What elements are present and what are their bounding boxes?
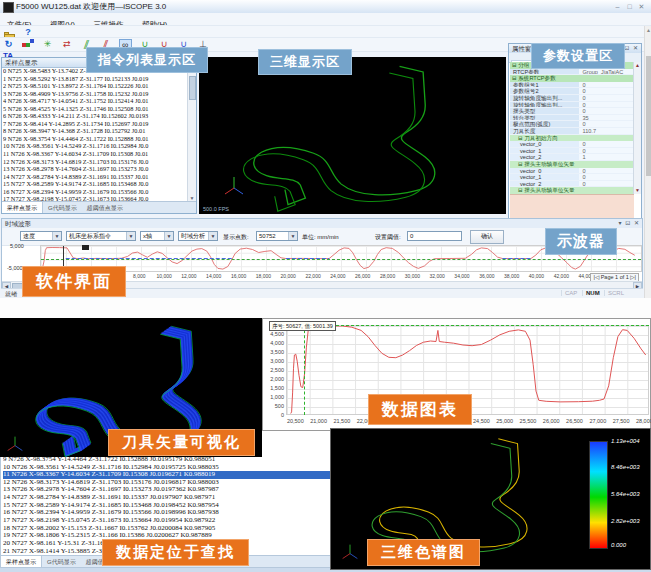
property-row[interactable]: 摆头类型0 (510, 108, 634, 115)
gcode-row[interactable]: 13 N726 X-98.2978 Y-14.7604 Z-31.1697 I0… (3, 486, 331, 494)
axis-select[interactable]: x轴▼ (140, 231, 174, 241)
signal-select[interactable]: 速度▼ (20, 231, 62, 241)
3d-viewport[interactable]: 500.0 FPS (199, 57, 506, 214)
gcode-row[interactable]: 5 N726 X-98.4525 Y-14.1325 Z-31.1746 I0.… (3, 105, 188, 113)
gcode-row[interactable]: 17 N727 X-98.2198 Y-15.0745 Z-31.1673 I0… (3, 517, 331, 525)
property-value[interactable]: 0 (579, 168, 634, 175)
gcode-row[interactable]: 6 N726 X-98.4333 Y-14.211 Z-31.174 I0.15… (3, 112, 188, 120)
gcode-row[interactable]: 12 N726 X-98.3173 Y-14.6819 Z-31.1703 I0… (3, 479, 331, 487)
tab-2[interactable]: G代码显示 (42, 556, 81, 567)
gcode-row[interactable]: 7 N726 X-98.414 Y-14.2895 Z-31.1734 I0.1… (3, 120, 188, 128)
axis-tick-label: 26,000 (539, 418, 563, 424)
waveform-title: 时域波形 (5, 220, 31, 227)
property-scrollbar[interactable]: ▲ ▼ (633, 62, 641, 194)
gcode-row[interactable]: 10 N726 X-98.3561 Y-14.5249 Z-31.1716 I0… (3, 464, 331, 472)
gcode-row[interactable]: 1 N725 X-98.5292 Y-13.8187 Z-31.177 I0.1… (3, 75, 188, 83)
maximize-button[interactable]: □ (624, 2, 635, 11)
gcode-row[interactable]: 3 N726 X-98.4909 Y-13.9756 Z-31.1758 I0.… (3, 90, 188, 98)
fan-icon[interactable]: ✳ (41, 39, 54, 50)
axis-tick-label: 30,000 (400, 273, 424, 279)
property-row[interactable]: vector_00 (510, 168, 634, 175)
analysis-mode-select[interactable]: 时域分析▼ (178, 231, 218, 241)
coord-system-select[interactable]: 机床坐标系指令▼ (66, 231, 136, 241)
annotation-spectrum: 三维色谱图 (367, 539, 480, 566)
gcode-row[interactable]: 8 N726 X-98.3947 Y-14.368 Z-31.1728 I0.1… (3, 127, 188, 135)
property-group[interactable]: ⊟ 摆头主动轴单位矢量 (510, 161, 634, 168)
colorbar-min-label: 0.000 (611, 542, 626, 548)
property-value[interactable]: Group_JiaTaiAC (579, 69, 634, 76)
property-value[interactable]: 0 (579, 174, 634, 181)
scroll-up-icon[interactable]: ▲ (634, 62, 641, 69)
property-value[interactable]: 0 (579, 148, 634, 155)
property-row[interactable]: 旋转轴角度输出判...0 (510, 95, 634, 102)
gcode-row[interactable]: 10 N726 X-98.3561 Y-14.5249 Z-31.1716 I0… (3, 142, 188, 150)
gcode-row[interactable]: 14 N727 X-98.2784 Y-14.8389 Z-31.1691 I0… (3, 494, 331, 502)
toolpath-curve (199, 57, 506, 214)
gcode-row[interactable]: 16 N727 X-98.2394 Y-14.9959 Z-31.1679 I0… (3, 188, 188, 196)
gcode-row[interactable]: 9 N726 X-98.3754 Y-14.4464 Z-31.1722 I0.… (3, 456, 331, 464)
scroll-up-icon[interactable]: ▲ (645, 26, 651, 34)
points-count-select[interactable]: 50752▼ (256, 231, 298, 241)
gcode-row[interactable]: 4 N726 X-98.4717 Y-14.0541 Z-31.1752 I0.… (3, 97, 188, 105)
property-row[interactable]: 刀具长度110.7 (510, 128, 634, 135)
waveform-panel-buttons[interactable]: ▾ ⊡ ✕ (619, 219, 640, 228)
property-value[interactable]: 0 (579, 95, 634, 102)
gcode-row[interactable]: 15 N727 X-98.2589 Y-14.9174 Z-31.1685 I0… (3, 180, 188, 188)
property-group[interactable]: ⊟ 摆头从动轴单位矢量 (510, 187, 634, 194)
confirm-button[interactable]: 确认 (470, 230, 504, 244)
annotation-params: 参数设置区 (531, 43, 625, 69)
gcode-row[interactable]: 11 N726 X-98.3367 Y-14.6034 Z-31.1709 I0… (3, 471, 331, 479)
list-scrollbar[interactable]: ▲ ▼ (187, 67, 196, 202)
property-name: vector_1 (510, 174, 579, 181)
property-value[interactable]: 0 (579, 82, 634, 89)
property-row[interactable]: vector_10 (510, 148, 634, 155)
property-value[interactable]: 1 (579, 154, 634, 161)
refresh-icon[interactable]: ↻ (2, 39, 15, 50)
property-value[interactable]: 0 (579, 121, 634, 128)
property-row[interactable]: vector_21 (510, 154, 634, 161)
swap-arrows-icon[interactable]: ⇄ (60, 39, 73, 50)
property-row[interactable]: 极点范围(弧度)0 (510, 121, 634, 128)
property-row[interactable]: 转台类型35 (510, 115, 634, 122)
property-row[interactable]: 旋转轴角度输出判...0 (510, 102, 634, 109)
tab-1[interactable]: 采样点显示 (2, 202, 43, 213)
axis-tick-label: 500 (263, 403, 284, 409)
property-row[interactable]: vector_20 (510, 181, 634, 188)
property-value[interactable]: 0 (579, 181, 634, 188)
scroll-down-icon[interactable]: ▼ (634, 187, 641, 194)
property-value[interactable]: 0 (579, 108, 634, 115)
property-value[interactable]: 35 (579, 115, 634, 122)
property-row[interactable]: 参数组号20 (510, 88, 634, 95)
property-value[interactable]: 0 (579, 88, 634, 95)
property-row[interactable]: RTCP参数Group_JiaTaiAC (510, 69, 634, 76)
property-row[interactable]: 参数组号10 (510, 82, 634, 89)
property-row[interactable]: vector_00 (510, 141, 634, 148)
close-button[interactable]: ✕ (636, 2, 647, 11)
tab-1[interactable]: 采样点显示 (1, 556, 42, 567)
minimize-button[interactable]: – (612, 2, 623, 11)
gcode-row[interactable]: 16 N727 X-98.2394 Y-14.9959 Z-31.1679 I0… (3, 509, 331, 517)
axis-tick-label: 1,500 (263, 385, 284, 391)
property-value[interactable]: 0 (579, 102, 634, 109)
gcode-row[interactable]: 9 N726 X-98.3754 Y-14.4464 Z-31.1722 I0.… (3, 135, 188, 143)
gcode-row[interactable]: 11 N726 X-98.3367 Y-14.6034 Z-31.1709 I0… (3, 150, 188, 158)
property-group[interactable]: ⊟ 系统RTCP参数 (510, 75, 634, 82)
scroll-thumb[interactable] (189, 76, 196, 100)
title-bar[interactable]: F5000 WU125.dat 欢迎使用—iSCOPE 3.0 – □ ✕ (0, 0, 651, 14)
gcode-row[interactable]: 2 N725 X-98.5101 Y-13.8972 Z-31.1764 I0.… (3, 82, 188, 90)
gcode-row[interactable]: 18 N727 X-98.2002 Y-15.153 Z-31.1667 I0.… (3, 525, 331, 533)
tab-3[interactable]: 超阈值点显示 (82, 202, 128, 213)
threshold-input[interactable]: 0 (407, 231, 462, 241)
property-group[interactable]: ⊟ 刀具初始方向 (510, 135, 634, 142)
gcode-row[interactable]: 12 N726 X-98.3173 Y-14.6819 Z-31.1703 I0… (3, 158, 188, 166)
property-value[interactable]: 110.7 (579, 128, 634, 135)
tab-2[interactable]: G代码显示 (43, 202, 82, 213)
property-value[interactable]: 0 (579, 141, 634, 148)
gcode-row[interactable]: 15 N727 X-98.2589 Y-14.9174 Z-31.1685 I0… (3, 502, 331, 510)
gcode-row[interactable]: 13 N726 X-98.2978 Y-14.7604 Z-31.1697 I0… (3, 165, 188, 173)
property-row[interactable]: vector_10 (510, 174, 634, 181)
scroll-thumb[interactable] (646, 56, 651, 176)
axis-tick-label: 22,000 (301, 273, 325, 279)
palette-icon[interactable] (21, 39, 34, 50)
gcode-row[interactable]: 14 N727 X-98.2784 Y-14.8389 Z-31.1691 I0… (3, 173, 188, 181)
